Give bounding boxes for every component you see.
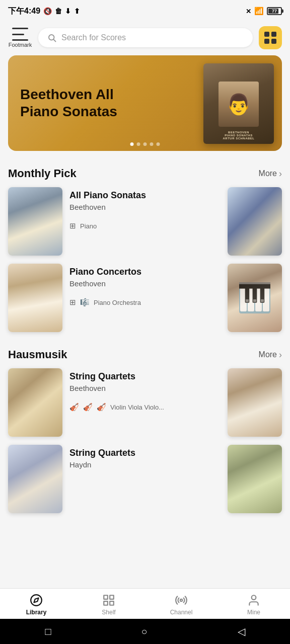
score-info-all-piano-sonatas: All Piano Sonatas Beethoven ⊞ Piano: [69, 187, 221, 230]
banner-dot-3: [143, 142, 147, 146]
footmark-button[interactable]: Footmark: [8, 28, 32, 48]
section-header-hausmusik: Hausmusik More ›: [0, 344, 290, 368]
bottom-nav: Library Shelf Channel Mine: [0, 588, 290, 619]
tag-label: Piano: [80, 222, 97, 230]
score-tags: ⊞ 🎼 Piano Orchestra: [69, 298, 221, 307]
cover-label: BEETHOVENPIANO SONATASARTUR SCHNABEL: [221, 131, 257, 140]
monthly-more-label: More: [259, 169, 277, 178]
compass-icon: [30, 594, 43, 607]
search-icon: [47, 33, 56, 42]
score-name: String Quartets: [69, 371, 221, 382]
score-thumb-string-quartets-beethoven: [8, 368, 62, 437]
recents-button[interactable]: □: [45, 626, 51, 637]
battery-level: 77: [272, 9, 277, 14]
search-bar[interactable]: Search for Scores: [38, 28, 253, 47]
banner-dot-4: [150, 142, 154, 146]
violin-icon: 🎻: [69, 403, 79, 412]
score-composer: Beethoven: [69, 203, 221, 211]
viola-icon: 🎻: [83, 403, 93, 412]
monthly-pick-section: Monthly Pick More › All Piano Sonatas Be…: [0, 163, 290, 340]
svg-line-1: [53, 39, 55, 41]
app-icon[interactable]: [259, 26, 282, 49]
time-display: 下午4:49: [8, 6, 40, 17]
app-icon-grid: [264, 32, 276, 44]
banner-text: Beethoven All Piano Sonatas: [8, 74, 129, 132]
android-nav-bar: □ ○ ◁: [0, 619, 290, 644]
back-button[interactable]: ◁: [238, 625, 245, 637]
nav-library-label: Library: [26, 609, 47, 616]
score-thumb-all-piano-sonatas: [8, 187, 62, 256]
banner-dot-5: [157, 142, 160, 146]
radio-icon: [175, 594, 188, 607]
cover-portrait: 👨: [219, 82, 259, 127]
score-thumb-right-hausmusik-2: [228, 445, 282, 513]
nav-mine[interactable]: Mine: [236, 594, 271, 616]
svg-rect-7: [110, 601, 114, 605]
svg-rect-5: [110, 595, 114, 599]
status-time: 下午4:49 🔇 🗑 ⬇ ⬆: [8, 6, 80, 17]
score-composer: Beethoven: [69, 384, 221, 392]
score-thumb-piano-concertos: [8, 264, 62, 332]
footmark-label: Footmark: [9, 42, 32, 48]
nav-channel-label: Channel: [170, 609, 193, 616]
piano-icon: ⊞: [69, 298, 76, 307]
score-info-piano-concertos: Piano Concertos Beethoven ⊞ 🎼 Piano Orch…: [69, 264, 221, 307]
score-card-string-quartets-beethoven[interactable]: String Quartets Beethoven 🎻 🎻 🎻 Violin V…: [0, 368, 290, 445]
score-card-piano-concertos[interactable]: Piano Concertos Beethoven ⊞ 🎼 Piano Orch…: [0, 264, 290, 340]
chevron-right-icon: ›: [279, 350, 282, 360]
score-thumb-right-monthly-1: [228, 187, 282, 256]
score-name: All Piano Sonatas: [69, 190, 221, 201]
score-thumb-right-hausmusik-1: [228, 368, 282, 437]
hausmusik-more-label: More: [259, 350, 277, 359]
score-info-string-quartets-beethoven: String Quartets Beethoven 🎻 🎻 🎻 Violin V…: [69, 368, 221, 412]
cello-icon: 🎻: [97, 403, 106, 412]
nav-shelf-label: Shelf: [102, 609, 115, 616]
svg-point-9: [252, 595, 256, 600]
download-icon: ⬇: [65, 7, 71, 15]
score-info-string-quartets-haydn: String Quartets Haydn: [69, 445, 221, 479]
wifi-icon: 📶: [254, 7, 264, 16]
banner-dot-1: [130, 142, 134, 146]
section-header-monthly: Monthly Pick More ›: [0, 163, 290, 187]
banner-dot-2: [137, 142, 140, 146]
trash-icon: 🗑: [55, 7, 62, 15]
grid-icon: [102, 594, 115, 607]
svg-point-8: [180, 599, 182, 601]
nav-shelf[interactable]: Shelf: [91, 594, 126, 616]
score-tags: 🎻 🎻 🎻 Violin Viola Violo...: [69, 403, 221, 412]
hausmusik-more-button[interactable]: More ›: [259, 350, 282, 360]
score-card-string-quartets-haydn[interactable]: String Quartets Haydn: [0, 445, 290, 521]
score-name: Piano Concertos: [69, 267, 221, 277]
status-icons: ✕ 📶 77: [246, 7, 282, 16]
tag-label: Piano Orchestra: [94, 299, 141, 306]
chopin-portrait: 🎹: [237, 281, 272, 314]
x-icon: ✕: [246, 8, 251, 15]
orchestra-icon: 🎼: [80, 298, 90, 307]
battery-icon: 77: [267, 7, 282, 15]
nav-channel[interactable]: Channel: [164, 594, 199, 616]
monthly-more-button[interactable]: More ›: [259, 169, 282, 179]
svg-point-2: [31, 595, 42, 606]
banner-dots: [130, 142, 160, 146]
person-icon: [247, 594, 260, 607]
nav-library[interactable]: Library: [19, 594, 54, 616]
section-title-monthly: Monthly Pick: [8, 167, 77, 180]
footmark-icon: [12, 28, 28, 41]
svg-rect-4: [104, 595, 108, 599]
home-button[interactable]: ○: [141, 626, 148, 637]
banner-title: Beethoven All Piano Sonatas: [20, 86, 117, 120]
muted-icon: 🔇: [43, 7, 52, 15]
hausmusik-section: Hausmusik More › String Quartets Beethov…: [0, 344, 290, 521]
section-title-hausmusik: Hausmusik: [8, 348, 67, 361]
score-card-all-piano-sonatas[interactable]: All Piano Sonatas Beethoven ⊞ Piano: [0, 187, 290, 264]
score-tags: ⊞ Piano: [69, 221, 221, 230]
featured-banner[interactable]: Beethoven All Piano Sonatas 👨 BEETHOVENP…: [8, 55, 282, 151]
upload-icon: ⬆: [74, 7, 80, 15]
search-placeholder: Search for Scores: [61, 33, 126, 42]
banner-cover-image: 👨 BEETHOVENPIANO SONATASARTUR SCHNABEL: [203, 63, 274, 144]
svg-marker-3: [34, 598, 38, 602]
score-composer: Haydn: [69, 460, 221, 469]
svg-rect-6: [104, 601, 108, 605]
status-bar: 下午4:49 🔇 🗑 ⬇ ⬆ ✕ 📶 77: [0, 0, 290, 22]
score-thumb-right-monthly-2: 🎹: [228, 264, 282, 332]
